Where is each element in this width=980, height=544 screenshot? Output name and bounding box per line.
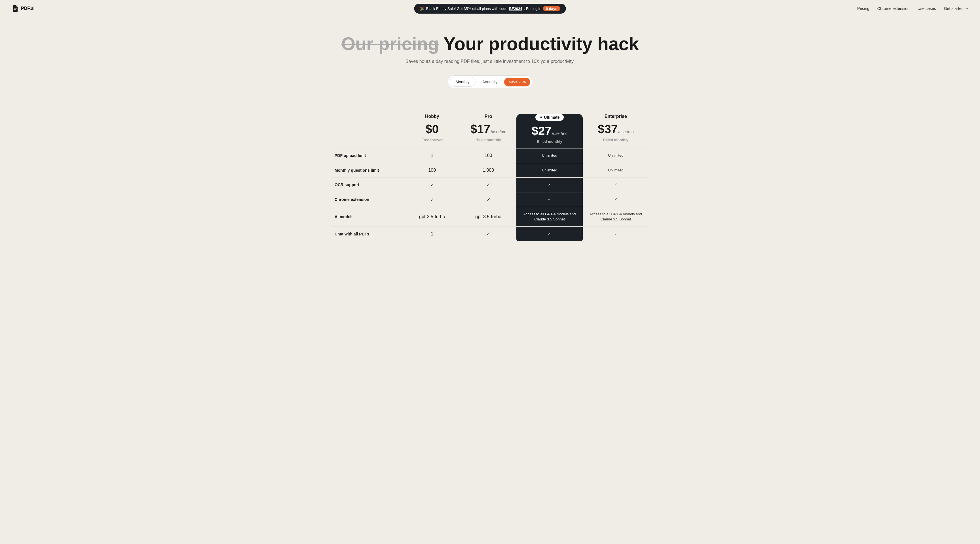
table-row: AI modelsgpt-3.5-turbogpt-3.5-turboAcces… xyxy=(331,207,649,227)
feature-pro-4: gpt-3.5-turbo xyxy=(460,207,516,227)
ultimate-badge-icon: ✦ xyxy=(539,115,543,120)
feature-ultimate-2: ✓ xyxy=(516,178,582,192)
enterprise-plan-name: Enterprise xyxy=(583,114,649,119)
ultimate-price: $27 xyxy=(532,124,552,138)
hero-section: Our pricing Your productivity hack Saves… xyxy=(0,17,980,114)
feature-hobby-2: ✓ xyxy=(404,178,460,192)
ultimate-badge: ✦ Ultimate xyxy=(535,114,563,121)
feature-label-1: Monthly questions limit xyxy=(331,163,404,178)
hobby-price: $0 xyxy=(425,122,439,136)
feature-hobby-5: 1 xyxy=(404,227,460,241)
ultimate-billing: Billed monthly xyxy=(516,140,582,144)
ultimate-price-suffix: /user/mo xyxy=(552,131,567,136)
table-row: OCR support✓✓✓✓ xyxy=(331,178,649,192)
banner-days: 8 days xyxy=(543,6,560,11)
logo-text: PDF.ai xyxy=(21,6,35,11)
feature-pro-2: ✓ xyxy=(460,178,516,192)
pro-billing: Billed monthly xyxy=(460,138,516,142)
toggle-annually[interactable]: Annually xyxy=(477,77,503,86)
billing-toggle: Monthly Annually Save 25% xyxy=(448,75,533,89)
promo-banner: 🎉 Black Friday Sale! Get 35% off all pla… xyxy=(414,4,566,14)
feature-hobby-4: gpt-3.5-turbo xyxy=(404,207,460,227)
hobby-plan-name: Hobby xyxy=(404,114,460,119)
pro-price-suffix: /user/mo xyxy=(491,130,506,134)
pricing-section: Hobby $0 Free forever Pro $17 /user/mo B… xyxy=(320,114,660,259)
hobby-billing: Free forever xyxy=(404,138,460,142)
feature-enterprise-3: ✓ xyxy=(583,192,649,207)
feature-enterprise-5: ✓ xyxy=(583,227,649,241)
enterprise-billing: Billed monthly xyxy=(583,138,649,142)
table-row: PDF upload limit1100UnlimitedUnlimited xyxy=(331,149,649,163)
pro-header: Pro $17 /user/mo Billed monthly xyxy=(460,114,516,149)
feature-ultimate-4: Access to all GPT-4 models and Claude 3.… xyxy=(516,207,582,227)
plan-headers: Hobby $0 Free forever Pro $17 /user/mo B… xyxy=(331,114,649,149)
enterprise-price-row: $37 /user/mo xyxy=(583,122,649,136)
feature-ultimate-3: ✓ xyxy=(516,192,582,207)
promo-code: BF2024 xyxy=(509,6,522,11)
nav-links: Pricing Chrome extension Use cases Get s… xyxy=(857,6,969,11)
toggle-monthly[interactable]: Monthly xyxy=(450,77,476,87)
pro-price: $17 xyxy=(471,122,490,136)
hobby-price-row: $0 xyxy=(404,122,460,136)
enterprise-price-suffix: /user/mo xyxy=(618,130,633,134)
feature-hobby-1: 100 xyxy=(404,163,460,178)
ultimate-badge-text: Ultimate xyxy=(544,115,560,120)
feature-pro-0: 100 xyxy=(460,149,516,163)
feature-label-0: PDF upload limit xyxy=(331,149,404,163)
pro-plan-name: Pro xyxy=(460,114,516,119)
nav-use-cases[interactable]: Use cases xyxy=(917,6,936,11)
toggle-save-badge: Save 25% xyxy=(504,78,530,86)
table-row: Monthly questions limit1001,000Unlimited… xyxy=(331,163,649,178)
hobby-header: Hobby $0 Free forever xyxy=(404,114,460,149)
enterprise-price: $37 xyxy=(598,122,617,136)
feature-enterprise-1: Unlimited xyxy=(583,163,649,178)
feature-ultimate-1: Unlimited xyxy=(516,163,582,178)
table-row: Chat with all PDFs1✓✓✓ xyxy=(331,227,649,241)
enterprise-header: Enterprise $37 /user/mo Billed monthly xyxy=(583,114,649,149)
navbar: PDF.ai 🎉 Black Friday Sale! Get 35% off … xyxy=(0,0,980,17)
hero-subtitle: Saves hours a day reading PDF files, jus… xyxy=(6,59,974,64)
banner-text-after: . Ending in xyxy=(524,6,541,11)
ultimate-header: ✦ Ultimate $27 /user/mo Billed monthly xyxy=(516,114,582,149)
feature-label-4: AI models xyxy=(331,207,404,227)
hero-title-strikethrough: Our pricing xyxy=(341,34,439,54)
pricing-table: Hobby $0 Free forever Pro $17 /user/mo B… xyxy=(331,114,649,241)
hero-title: Our pricing Your productivity hack xyxy=(6,34,974,54)
feature-pro-5: ✓ xyxy=(460,227,516,241)
feature-pro-3: ✓ xyxy=(460,192,516,207)
feature-label-3: Chrome extension xyxy=(331,192,404,207)
feature-label-2: OCR support xyxy=(331,178,404,192)
logo[interactable]: PDF.ai xyxy=(11,5,35,13)
feature-enterprise-0: Unlimited xyxy=(583,149,649,163)
feature-enterprise-2: ✓ xyxy=(583,178,649,192)
feature-col-header xyxy=(331,114,404,149)
banner-text-before: Black Friday Sale! Get 35% off all plans… xyxy=(426,6,508,11)
hero-title-main: Your productivity hack xyxy=(444,34,639,54)
nav-chrome-extension[interactable]: Chrome extension xyxy=(877,6,910,11)
pro-price-row: $17 /user/mo xyxy=(460,122,516,136)
ultimate-price-row: $27 /user/mo xyxy=(516,124,582,138)
feature-enterprise-4: Access to all GPT-4 models and Claude 3.… xyxy=(583,207,649,227)
feature-hobby-3: ✓ xyxy=(404,192,460,207)
feature-ultimate-5: ✓ xyxy=(516,227,582,241)
feature-label-5: Chat with all PDFs xyxy=(331,227,404,241)
banner-emoji: 🎉 xyxy=(420,6,425,11)
nav-pricing[interactable]: Pricing xyxy=(857,6,869,11)
feature-hobby-0: 1 xyxy=(404,149,460,163)
feature-ultimate-0: Unlimited xyxy=(516,149,582,163)
feature-pro-1: 1,000 xyxy=(460,163,516,178)
nav-get-started[interactable]: Get started → xyxy=(944,6,969,11)
table-row: Chrome extension✓✓✓✓ xyxy=(331,192,649,207)
